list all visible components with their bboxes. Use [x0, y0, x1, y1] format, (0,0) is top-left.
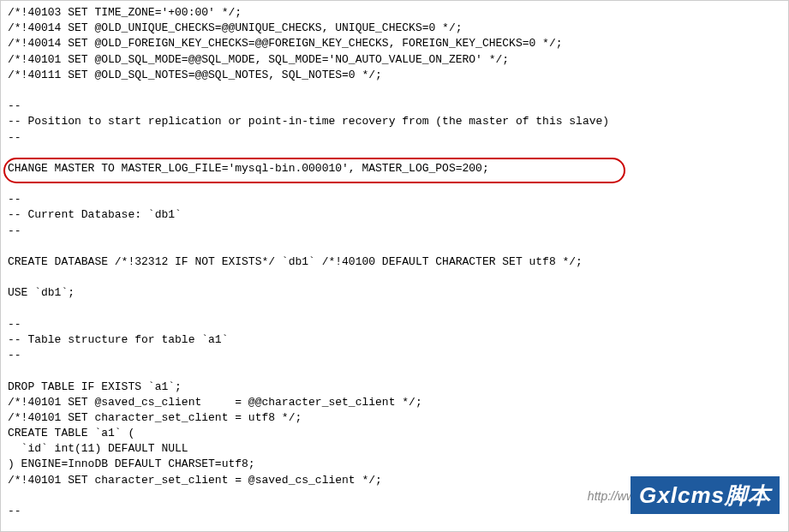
- code-line: [8, 146, 781, 161]
- code-line: /*!40101 SET character_set_client = utf8…: [8, 410, 781, 426]
- code-line: DROP TABLE IF EXISTS `a1`;: [8, 380, 781, 395]
- sql-dump-content: /*!40103 SET TIME_ZONE='+00:00' */;/*!40…: [8, 5, 781, 519]
- code-line: --: [8, 99, 781, 114]
- code-line: --: [8, 130, 781, 146]
- code-line: --: [8, 192, 781, 207]
- code-line: -- Table structure for table `a1`: [8, 332, 781, 348]
- code-line: /*!40014 SET @OLD_FOREIGN_KEY_CHECKS=@@F…: [8, 36, 781, 51]
- code-line: ) ENGINE=InnoDB DEFAULT CHARSET=utf8;: [8, 457, 781, 472]
- code-line: USE `db1`;: [8, 285, 781, 301]
- code-line: [8, 302, 781, 317]
- code-line: [8, 239, 781, 254]
- code-line: -- Position to start replication or poin…: [8, 114, 781, 129]
- code-line: --: [8, 348, 781, 363]
- code-line: /*!40101 SET @saved_cs_client = @@charac…: [8, 395, 781, 410]
- code-line: --: [8, 224, 781, 239]
- code-line: [8, 270, 781, 285]
- code-line: /*!40103 SET TIME_ZONE='+00:00' */;: [8, 5, 781, 21]
- code-line: [8, 176, 781, 192]
- code-line: CREATE TABLE `a1` (: [8, 426, 781, 441]
- code-line: /*!40101 SET @OLD_SQL_MODE=@@SQL_MODE, S…: [8, 52, 781, 68]
- code-line: [8, 363, 781, 379]
- watermark-logo: Gxlcms脚本: [631, 476, 780, 514]
- code-line: --: [8, 317, 781, 332]
- code-line: -- Current Database: `db1`: [8, 207, 781, 223]
- code-line: CHANGE MASTER TO MASTER_LOG_FILE='mysql-…: [8, 161, 781, 176]
- code-line: /*!40014 SET @OLD_UNIQUE_CHECKS=@@UNIQUE…: [8, 21, 781, 36]
- code-line: /*!40111 SET @OLD_SQL_NOTES=@@SQL_NOTES,…: [8, 68, 781, 83]
- code-line: `id` int(11) DEFAULT NULL: [8, 441, 781, 457]
- code-line: CREATE DATABASE /*!32312 IF NOT EXISTS*/…: [8, 254, 781, 270]
- code-line: [8, 83, 781, 99]
